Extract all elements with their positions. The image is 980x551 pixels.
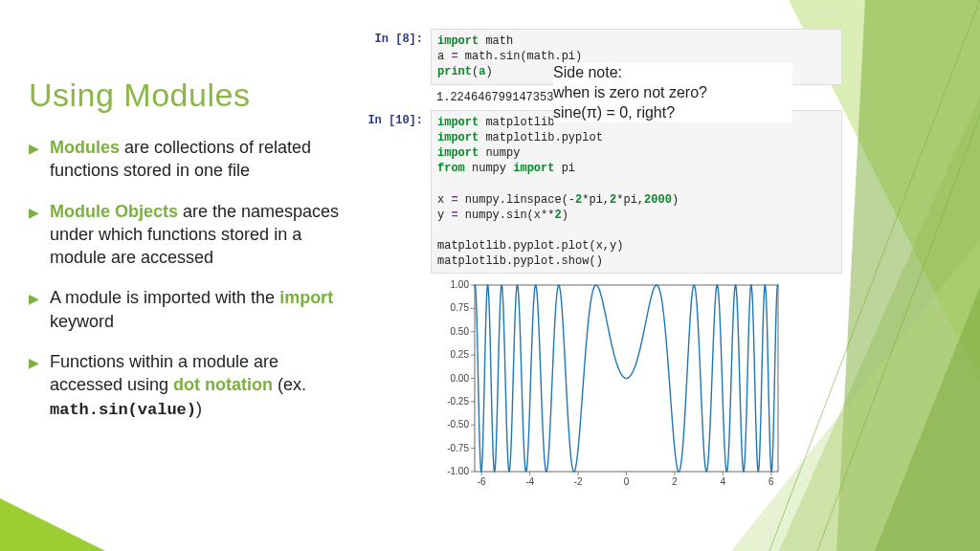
bullet-text: ) xyxy=(196,399,202,418)
bullet-list: ▶ Modules are collections of related fun… xyxy=(29,136,349,439)
bullet-arrow-icon: ▶ xyxy=(29,286,50,333)
tok: *pi, xyxy=(582,193,610,207)
svg-text:-0.25: -0.25 xyxy=(447,396,469,407)
bullet-item: ▶ Functions within a module are accessed… xyxy=(29,350,349,422)
svg-text:0: 0 xyxy=(624,476,630,487)
svg-text:6: 6 xyxy=(768,476,774,487)
tok: print xyxy=(437,65,472,78)
tok: ) xyxy=(562,209,568,222)
svg-text:2: 2 xyxy=(672,476,678,487)
svg-text:0.25: 0.25 xyxy=(451,350,470,361)
tok: x xyxy=(437,193,451,207)
tok: = xyxy=(451,50,464,63)
tok: numpy xyxy=(485,146,520,160)
svg-text:-4: -4 xyxy=(525,476,534,487)
tok: ) xyxy=(672,193,679,207)
cell-prompt: In [8]: xyxy=(364,29,431,85)
cell-body: import matplotlib import matplotlib.pypl… xyxy=(431,110,842,275)
svg-marker-3 xyxy=(875,287,980,551)
chart: -1.00-0.75-0.50-0.250.000.250.500.751.00… xyxy=(429,277,788,493)
bullet-arrow-icon: ▶ xyxy=(29,350,50,422)
bullet-keyword: Module Objects xyxy=(50,202,178,221)
side-note: Side note: when is zero not zero? sine(π… xyxy=(553,63,792,122)
bottom-left-wedge xyxy=(0,498,105,551)
tok: = xyxy=(451,209,464,222)
bullet-keyword: dot notation xyxy=(173,375,273,394)
tok: matplotlib.pyplot.plot(x,y) xyxy=(437,239,623,253)
svg-text:0.50: 0.50 xyxy=(451,326,470,337)
bullet-text: A module is imported with the xyxy=(50,288,279,307)
bullet-text: keyword xyxy=(50,312,114,331)
page-title: Using Modules xyxy=(29,77,250,114)
sidenote-line: sine(π) = 0, right? xyxy=(553,103,792,123)
bullet-item: ▶ A module is imported with the import k… xyxy=(29,286,349,333)
bullet-item: ▶ Modules are collections of related fun… xyxy=(29,136,349,183)
bullet-mono: math.sin(value) xyxy=(50,401,196,419)
svg-text:-2: -2 xyxy=(574,476,583,487)
bullet-arrow-icon: ▶ xyxy=(29,136,50,183)
tok: from xyxy=(437,162,472,175)
bullet-item: ▶ Module Objects are the namespaces unde… xyxy=(29,200,349,270)
svg-text:-1.00: -1.00 xyxy=(447,466,469,476)
tok: import xyxy=(513,162,561,175)
tok: matplotlib xyxy=(485,116,554,129)
tok: *pi, xyxy=(616,193,644,207)
sidenote-line: Side note: xyxy=(553,63,792,83)
tok: import xyxy=(437,116,485,129)
svg-text:-0.50: -0.50 xyxy=(447,420,469,430)
bullet-keyword: import xyxy=(279,288,333,307)
svg-text:-0.75: -0.75 xyxy=(447,443,469,453)
tok: math xyxy=(485,34,513,48)
code-cell-2: In [10]: import matplotlib import matplo… xyxy=(364,110,842,275)
svg-text:0.00: 0.00 xyxy=(451,373,470,384)
tok: import xyxy=(437,146,485,160)
svg-text:0.75: 0.75 xyxy=(451,303,470,314)
tok: import xyxy=(437,131,485,144)
svg-text:4: 4 xyxy=(721,476,726,487)
tok: = xyxy=(451,193,464,207)
tok: 2000 xyxy=(644,193,672,207)
cell-prompt: In [10]: xyxy=(364,110,431,275)
sidenote-line: when is zero not zero? xyxy=(553,83,792,103)
tok: math.sin(math.pi) xyxy=(465,50,582,63)
tok: pi xyxy=(562,162,575,175)
bullet-keyword: Modules xyxy=(50,138,120,157)
cell-prompt-empty xyxy=(364,89,431,106)
tok: numpy.sin(x** xyxy=(465,209,555,222)
bullet-text: (ex. xyxy=(273,375,306,394)
tok: y xyxy=(437,209,451,222)
tok: 2 xyxy=(554,209,561,222)
tok: import xyxy=(437,34,485,48)
bullet-arrow-icon: ▶ xyxy=(29,200,50,270)
tok: ) xyxy=(485,65,492,78)
tok: numpy.linspace(- xyxy=(465,193,575,207)
slide: Using Modules ▶ Modules are collections … xyxy=(0,0,980,551)
tok: matplotlib.pyplot.show() xyxy=(437,254,603,268)
svg-text:-6: -6 xyxy=(478,476,486,487)
svg-text:1.00: 1.00 xyxy=(451,279,470,290)
svg-marker-1 xyxy=(836,0,980,551)
tok: numpy xyxy=(472,162,513,175)
tok: a xyxy=(437,50,451,63)
tok: matplotlib.pyplot xyxy=(485,131,602,144)
